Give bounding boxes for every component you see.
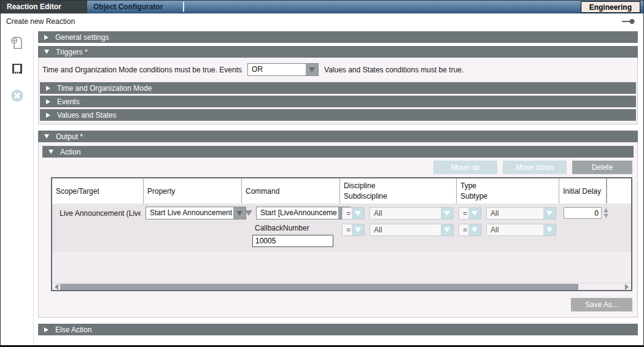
accordion-values-and-states[interactable]: Values and States xyxy=(40,109,636,121)
column-header-spare xyxy=(607,178,631,204)
tab-reaction-editor[interactable]: Reaction Editor xyxy=(1,1,87,13)
page-title: Create new Reaction xyxy=(6,17,622,26)
chevron-right-icon xyxy=(44,327,48,332)
subtype-dropdown[interactable]: All xyxy=(486,224,556,236)
chevron-right-icon xyxy=(44,35,48,40)
chevron-down-icon[interactable] xyxy=(543,224,556,235)
dropdown-value: Start Live Announcement xyxy=(146,207,233,219)
save-as-button[interactable]: Save As... xyxy=(571,298,632,311)
table-subrow: CallbackNumber = All xyxy=(52,224,631,247)
chevron-down-icon[interactable] xyxy=(352,224,364,235)
chevron-down-icon[interactable] xyxy=(468,224,481,235)
discipline-dropdown[interactable]: All xyxy=(370,207,454,219)
accordion-events[interactable]: Events xyxy=(40,96,636,107)
dropdown-value: All xyxy=(487,208,543,219)
left-toolbar xyxy=(1,29,34,346)
trigger-subsections: Time and Organization Mode Events Values… xyxy=(39,82,637,124)
table-row[interactable]: Live Announcement (Live Anno Start Live … xyxy=(52,205,631,221)
column-header-type: Type Subtype xyxy=(456,178,559,204)
action-table: Scope/Target Property Command Discipline… xyxy=(51,177,632,291)
table-empty-area xyxy=(52,252,631,283)
chevron-down-icon[interactable] xyxy=(441,224,453,235)
tab-object-configurator[interactable]: Object Configurator xyxy=(87,1,183,13)
condition-text-after: Values and States conditions must be tru… xyxy=(324,66,464,74)
tab-bar: Reaction Editor Object Configurator Engi… xyxy=(1,1,643,13)
chevron-down-icon xyxy=(44,134,49,139)
column-header-initial-delay: Initial Delay xyxy=(559,178,607,204)
spinner-down-icon[interactable] xyxy=(603,214,608,218)
pin-icon[interactable] xyxy=(622,18,635,25)
chevron-right-icon xyxy=(46,86,50,91)
accordion-triggers[interactable]: Triggers * xyxy=(38,46,638,58)
close-icon xyxy=(10,88,25,105)
triggers-panel: Time and Organization Mode conditions mu… xyxy=(38,58,638,124)
scrollbar-track[interactable] xyxy=(60,284,623,290)
engineering-mode-button[interactable]: Engineering xyxy=(581,1,640,13)
accordion-output[interactable]: Output * xyxy=(38,131,638,142)
dropdown-value: OR xyxy=(248,64,306,75)
dropdown-value: = xyxy=(459,224,468,235)
accordion-label: Time and Organization Mode xyxy=(57,84,152,93)
new-reaction-button[interactable] xyxy=(9,36,25,51)
delay-spinner[interactable] xyxy=(603,208,608,218)
dropdown-value: = xyxy=(343,208,352,219)
action-button-row: Move up Move down Delete xyxy=(42,158,634,177)
move-up-button[interactable]: Move up xyxy=(433,161,497,174)
new-document-icon xyxy=(10,36,25,52)
output-panel: Action Move up Move down Delete Scope/Ta… xyxy=(38,142,638,318)
subdiscipline-dropdown[interactable]: All xyxy=(370,224,454,236)
column-header-discipline: Discipline Subdiscipline xyxy=(339,178,456,204)
dropdown-value: All xyxy=(370,208,441,219)
trigger-condition-row: Time and Organization Mode conditions mu… xyxy=(39,58,637,82)
chevron-down-icon[interactable] xyxy=(352,208,364,219)
type-operator-dropdown[interactable]: = xyxy=(459,207,481,219)
dropdown-value: = xyxy=(459,208,468,219)
column-header-command: Command xyxy=(241,178,339,204)
table-header-row: Scope/Target Property Command Discipline… xyxy=(52,178,631,204)
callback-number-input[interactable] xyxy=(252,235,333,247)
horizontal-scrollbar[interactable] xyxy=(52,283,631,290)
subtype-operator-dropdown[interactable]: = xyxy=(459,224,481,236)
discipline-operator-dropdown[interactable]: = xyxy=(342,207,365,219)
spinner-up-icon[interactable] xyxy=(603,208,608,212)
chevron-right-icon xyxy=(46,113,50,118)
save-button[interactable] xyxy=(9,62,25,78)
body: General settings Triggers * Time and Org… xyxy=(1,29,643,346)
type-dropdown[interactable]: All xyxy=(486,207,556,219)
accordion-action[interactable]: Action xyxy=(42,146,634,158)
subdiscipline-operator-dropdown[interactable]: = xyxy=(342,224,365,236)
events-operator-dropdown[interactable]: OR xyxy=(247,63,319,76)
accordion-else-action[interactable]: Else Action xyxy=(38,324,638,335)
title-bar: Create new Reaction xyxy=(1,13,643,29)
accordion-time-organization-mode[interactable]: Time and Organization Mode xyxy=(40,82,636,94)
delete-button[interactable]: Delete xyxy=(572,161,632,174)
cancel-button[interactable] xyxy=(9,88,25,104)
property-dropdown[interactable]: Start Live Announcement xyxy=(145,207,246,219)
chevron-down-icon[interactable] xyxy=(441,208,453,219)
scrollbar-thumb[interactable] xyxy=(60,284,578,290)
command-dropdown[interactable]: Start [LiveAnnounceme xyxy=(256,207,351,219)
move-down-button[interactable]: Move down xyxy=(503,161,567,174)
chevron-down-icon[interactable] xyxy=(543,208,556,219)
accordion-label: General settings xyxy=(55,33,109,42)
dropdown-value: All xyxy=(487,224,543,235)
accordion-label: Else Action xyxy=(55,326,91,334)
scroll-right-icon[interactable] xyxy=(625,284,629,290)
accordion-label: Events xyxy=(57,97,80,106)
chevron-down-icon[interactable] xyxy=(306,64,318,75)
accordion-label: Output * xyxy=(56,132,83,141)
accordion-label: Triggers * xyxy=(56,48,88,56)
scope-target-cell: Live Announcement (Live Anno xyxy=(55,209,141,218)
scroll-left-icon[interactable] xyxy=(55,284,58,290)
column-header-property: Property xyxy=(143,178,241,204)
table-body: Live Announcement (Live Anno Start Live … xyxy=(52,204,631,252)
condition-text-before: Time and Organization Mode conditions mu… xyxy=(42,66,242,74)
parameter-label: CallbackNumber xyxy=(252,224,337,232)
tabbar-fill xyxy=(184,1,581,13)
initial-delay-input[interactable] xyxy=(564,207,602,219)
accordion-general-settings[interactable]: General settings xyxy=(38,31,638,43)
save-as-row: Save As... xyxy=(42,291,634,316)
row-expander-icon[interactable] xyxy=(245,210,252,216)
chevron-down-icon[interactable] xyxy=(468,208,481,219)
dropdown-value: Start [LiveAnnounceme xyxy=(257,207,338,219)
